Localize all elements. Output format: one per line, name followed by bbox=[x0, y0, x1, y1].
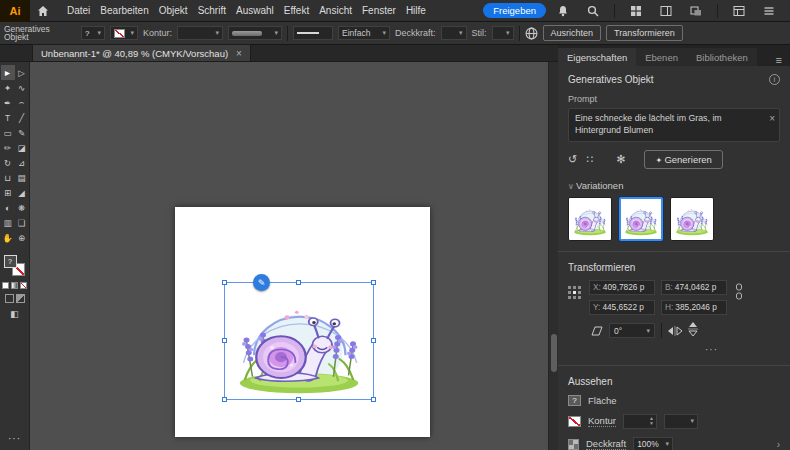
document-setup-globe-icon[interactable] bbox=[525, 27, 538, 40]
fill-proxy-swatch[interactable]: ? bbox=[4, 255, 17, 268]
prompt-input[interactable]: Eine schnecke die lächelt im Gras, im Hi… bbox=[568, 108, 780, 142]
notifications-bell-icon[interactable] bbox=[553, 3, 573, 19]
lasso-tool[interactable]: ∿ bbox=[15, 80, 29, 95]
menu-fenster[interactable]: Fenster bbox=[357, 0, 401, 21]
transform-width-field[interactable]: B:474,0462 p bbox=[661, 280, 727, 295]
kontur-link[interactable]: Kontur bbox=[588, 415, 616, 427]
transformieren-button[interactable]: Transformieren bbox=[606, 25, 683, 41]
rotate-tool[interactable]: ↻ bbox=[1, 155, 15, 170]
menu-bearbeiten[interactable]: Bearbeiten bbox=[95, 0, 153, 21]
canvas-area[interactable]: ✎ bbox=[30, 62, 548, 450]
close-document-icon[interactable]: × bbox=[236, 48, 242, 59]
line-segment-tool[interactable]: ╱ bbox=[15, 110, 29, 125]
generieren-button[interactable]: Generieren bbox=[644, 150, 722, 169]
flip-vertical-icon[interactable] bbox=[688, 322, 698, 340]
workspace-switcher-icon[interactable] bbox=[729, 3, 749, 19]
stroke-style-dropdown[interactable]: Einfach▾ bbox=[338, 26, 390, 40]
search-icon[interactable] bbox=[583, 3, 603, 19]
artboard-tool[interactable]: ❏ bbox=[15, 215, 29, 230]
variations-header[interactable]: Variationen bbox=[568, 180, 780, 191]
tab-bibliotheken[interactable]: Bibliotheken bbox=[687, 48, 757, 66]
stroke-unit-dropdown[interactable]: ▾ bbox=[664, 414, 698, 429]
panel-menu-icon[interactable]: ≡ bbox=[768, 54, 790, 66]
transform-y-field[interactable]: Y:445,6522 p bbox=[589, 300, 655, 315]
menu-schrift[interactable]: Schrift bbox=[193, 0, 231, 21]
variation-2[interactable] bbox=[619, 197, 663, 241]
magic-wand-tool[interactable]: ✦ bbox=[1, 80, 15, 95]
link-dimensions-icon[interactable] bbox=[734, 283, 744, 304]
eyedropper-tool[interactable]: ◢ bbox=[15, 185, 29, 200]
curvature-tool[interactable]: ⌢ bbox=[15, 95, 29, 110]
clear-prompt-icon[interactable]: × bbox=[769, 112, 775, 126]
arrange-documents-icon[interactable] bbox=[686, 3, 706, 19]
menu-objekt[interactable]: Objekt bbox=[154, 0, 193, 21]
selection-handle[interactable] bbox=[296, 397, 301, 402]
reference-point-locator[interactable] bbox=[568, 286, 582, 300]
panels-layout-icon[interactable] bbox=[656, 3, 676, 19]
shape-builder-tool[interactable]: ⊔ bbox=[1, 170, 15, 185]
screen-mode-button[interactable]: ◧ bbox=[0, 309, 29, 319]
symbol-sprayer-tool[interactable]: ❋ bbox=[15, 200, 29, 215]
ausrichten-button[interactable]: Ausrichten bbox=[543, 25, 602, 41]
artboard[interactable]: ✎ bbox=[175, 207, 430, 437]
type-tool[interactable]: T bbox=[1, 110, 15, 125]
fill-color-selector[interactable]: ?▾ bbox=[81, 26, 105, 40]
seed-dice-icon[interactable]: ∷ bbox=[586, 153, 593, 166]
transform-height-field[interactable]: H:385,2046 p bbox=[661, 300, 727, 315]
rotation-input[interactable]: 0°▾ bbox=[609, 323, 655, 338]
fill-stroke-indicator[interactable]: ? bbox=[4, 255, 26, 277]
menu-auswahl[interactable]: Auswahl bbox=[231, 0, 279, 21]
generative-edit-badge[interactable]: ✎ bbox=[253, 274, 270, 291]
selection-tool[interactable]: ► bbox=[1, 65, 15, 80]
toolbar-more-button[interactable]: ··· bbox=[0, 433, 29, 444]
stroke-color-selector[interactable]: ▾ bbox=[110, 26, 138, 40]
menu-hilfe[interactable]: Hilfe bbox=[401, 0, 431, 21]
selection-handle[interactable] bbox=[371, 280, 376, 285]
column-graph-tool[interactable]: ▥ bbox=[1, 215, 15, 230]
tab-eigenschaften[interactable]: Eigenschaften bbox=[558, 48, 636, 66]
draw-behind-icon[interactable] bbox=[16, 294, 25, 303]
menu-ansicht[interactable]: Ansicht bbox=[314, 0, 357, 21]
hand-tool[interactable]: ✋ bbox=[1, 230, 15, 245]
canvas-vertical-scrollbar[interactable] bbox=[548, 62, 558, 450]
width-profile-dropdown[interactable]: ▾ bbox=[228, 26, 282, 40]
variation-1[interactable] bbox=[568, 197, 612, 241]
workspace-grid-icon[interactable] bbox=[626, 3, 646, 19]
app-logo[interactable]: Ai bbox=[0, 0, 30, 22]
rectangle-tool[interactable]: ▭ bbox=[1, 125, 15, 140]
transform-x-field[interactable]: X:409,7826 p bbox=[589, 280, 655, 295]
fill-swatch[interactable]: ? bbox=[568, 395, 581, 406]
window-menu-icon[interactable] bbox=[759, 3, 779, 19]
opacity-dropdown[interactable]: ▾ bbox=[441, 26, 467, 40]
menu-effekt[interactable]: Effekt bbox=[279, 0, 314, 21]
gradient-tool[interactable]: ▤ bbox=[15, 170, 29, 185]
selection-handle[interactable] bbox=[371, 338, 376, 343]
draw-normal-icon[interactable] bbox=[5, 294, 14, 303]
eraser-tool[interactable]: ◪ bbox=[15, 140, 29, 155]
pen-tool[interactable]: ✒ bbox=[1, 95, 15, 110]
selection-handle[interactable] bbox=[222, 397, 227, 402]
blend-tool[interactable]: ◐ bbox=[1, 200, 15, 215]
selection-handle[interactable] bbox=[222, 280, 227, 285]
regenerate-icon[interactable]: ↺ bbox=[568, 153, 577, 166]
variation-3[interactable] bbox=[670, 197, 714, 241]
tab-ebenen[interactable]: Ebenen bbox=[636, 48, 687, 66]
direct-selection-tool[interactable]: ▷ bbox=[15, 65, 29, 80]
info-icon[interactable] bbox=[769, 74, 780, 85]
selection-handle[interactable] bbox=[296, 280, 301, 285]
stroke-swatch[interactable] bbox=[568, 416, 581, 427]
transform-more-options[interactable]: ··· bbox=[568, 344, 780, 355]
pencil-tool[interactable]: ✏ bbox=[1, 140, 15, 155]
menu-datei[interactable]: Datei bbox=[62, 0, 95, 21]
selection-handle[interactable] bbox=[371, 397, 376, 402]
selection-handle[interactable] bbox=[222, 338, 227, 343]
scale-tool[interactable]: ⊿ bbox=[15, 155, 29, 170]
stroke-width-dropdown[interactable]: ▾ bbox=[177, 26, 223, 40]
none-button[interactable] bbox=[20, 282, 27, 289]
stroke-width-stepper[interactable]: ▲▼ bbox=[623, 414, 657, 429]
stroke-style-sample[interactable] bbox=[293, 26, 333, 40]
mesh-tool[interactable]: ⊞ bbox=[1, 185, 15, 200]
settings-gear-icon[interactable]: ✻ bbox=[616, 153, 625, 166]
home-icon[interactable] bbox=[33, 3, 53, 19]
opacity-value-dropdown[interactable]: 100%▾ bbox=[633, 437, 673, 450]
